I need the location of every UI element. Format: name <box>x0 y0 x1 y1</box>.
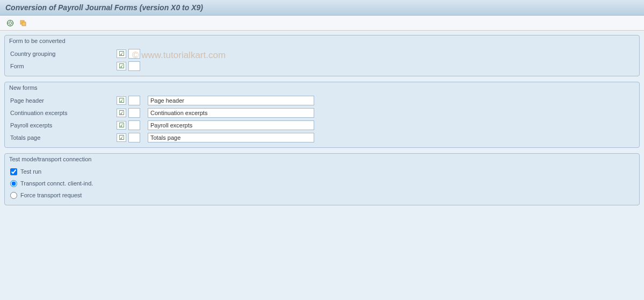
payroll-code-input[interactable] <box>128 120 140 130</box>
transport-client-row[interactable]: Transport connct. client-ind. <box>9 178 635 189</box>
continuation-label: Continuation excerpts <box>9 110 117 116</box>
execute-icon[interactable] <box>5 18 15 28</box>
check-icon[interactable]: ☑ <box>117 96 126 105</box>
page-header-text-input[interactable] <box>148 96 314 105</box>
form-input[interactable] <box>128 61 140 71</box>
svg-point-1 <box>9 22 12 24</box>
content-area: © www.tutorialkart.com Form to be conver… <box>0 31 644 300</box>
group-title: Form to be converted <box>5 35 639 48</box>
field-continuation: Continuation excerpts ☑ <box>9 107 635 119</box>
test-run-checkbox[interactable] <box>10 168 17 175</box>
field-page-header: Page header ☑ <box>9 95 635 106</box>
group-form-to-convert: Form to be converted Country grouping ☑ … <box>4 35 640 76</box>
country-grouping-input[interactable] <box>128 49 140 59</box>
field-totals: Totals page ☑ <box>9 132 635 144</box>
payroll-text-input[interactable] <box>148 120 314 130</box>
page-title: Conversion of Payroll Journal Forms (ver… <box>0 0 644 16</box>
group-title: Test mode/transport connection <box>5 154 639 166</box>
totals-label: Totals page <box>9 134 117 141</box>
check-icon[interactable]: ☑ <box>117 109 126 117</box>
check-icon[interactable]: ☑ <box>117 62 126 70</box>
continuation-code-input[interactable] <box>128 108 140 118</box>
svg-point-0 <box>8 20 13 26</box>
field-payroll: Payroll excerpts ☑ <box>9 119 635 131</box>
force-transport-label: Force transport request <box>20 192 82 198</box>
field-country-grouping: Country grouping ☑ <box>9 48 635 60</box>
totals-text-input[interactable] <box>148 133 314 142</box>
force-transport-row[interactable]: Force transport request <box>9 190 635 201</box>
group-title: New forms <box>5 82 639 95</box>
toolbar <box>0 16 644 31</box>
totals-code-input[interactable] <box>128 133 140 142</box>
svg-rect-7 <box>22 22 26 26</box>
payroll-label: Payroll excerpts <box>9 122 117 128</box>
country-grouping-label: Country grouping <box>9 51 117 57</box>
page-header-label: Page header <box>9 97 117 104</box>
transport-client-label: Transport connct. client-ind. <box>20 180 93 187</box>
variant-icon[interactable] <box>18 18 28 28</box>
page-header-code-input[interactable] <box>128 96 140 105</box>
force-transport-radio[interactable] <box>10 192 17 199</box>
test-run-label: Test run <box>20 168 41 175</box>
field-form: Form ☑ <box>9 60 635 72</box>
check-icon[interactable]: ☑ <box>117 133 126 142</box>
check-icon[interactable]: ☑ <box>117 121 126 130</box>
group-test-mode: Test mode/transport connection Test run … <box>4 153 640 205</box>
group-new-forms: New forms Page header ☑ Continuation exc… <box>4 82 640 148</box>
form-label: Form <box>9 63 117 69</box>
check-icon[interactable]: ☑ <box>117 49 126 58</box>
continuation-text-input[interactable] <box>148 108 314 118</box>
test-run-row[interactable]: Test run <box>9 166 635 177</box>
transport-client-radio[interactable] <box>10 180 17 187</box>
